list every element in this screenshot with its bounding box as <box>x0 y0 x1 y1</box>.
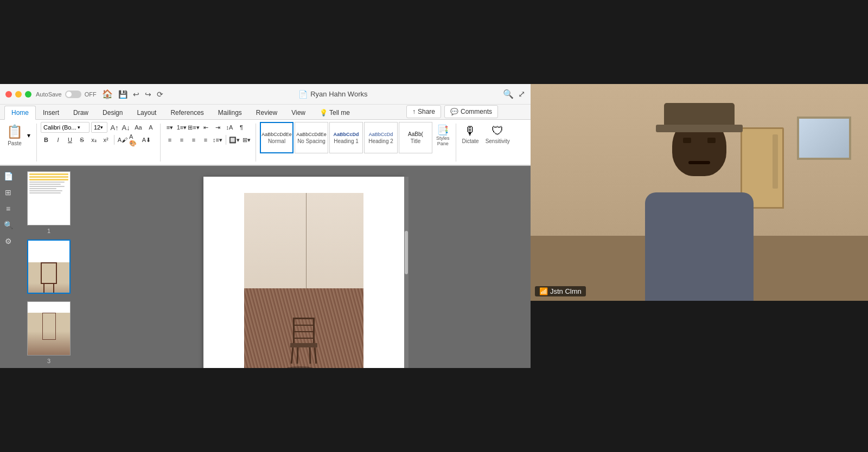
maximize-button[interactable] <box>25 91 31 98</box>
sensitivity-icon: 🛡 <box>492 124 503 138</box>
tab-insert[interactable]: Insert <box>36 106 66 120</box>
line-spacing-btn[interactable]: ↕≡▾ <box>212 134 223 145</box>
mouth <box>688 161 710 164</box>
superscript-button[interactable]: x² <box>100 134 111 145</box>
format-painter-btn[interactable]: A <box>145 122 156 133</box>
divider-3 <box>256 124 256 162</box>
italic-button[interactable]: I <box>53 134 63 145</box>
style-no-spacing[interactable]: AaBbCcDdEe No Spacing <box>295 122 328 153</box>
style-title[interactable]: AaBb( Title <box>399 122 432 153</box>
share-icon: ↑ <box>412 108 416 115</box>
new-doc-icon[interactable]: 📄 <box>2 170 14 182</box>
minimize-button[interactable] <box>15 91 22 98</box>
thumb1-content <box>28 172 70 225</box>
increase-indent-btn[interactable]: ⇥ <box>212 122 223 133</box>
divider-1 <box>36 124 37 162</box>
thumbnail-3[interactable]: 3 <box>27 301 71 364</box>
increase-font-btn[interactable]: A↑ <box>109 122 120 133</box>
style-heading2[interactable]: AaBbCcDd Heading 2 <box>364 122 398 153</box>
dictate-button[interactable]: 🎙 Dictate <box>460 122 481 146</box>
tab-draw[interactable]: Draw <box>66 106 95 120</box>
thumb1-line2 <box>29 176 68 178</box>
show-hide-btn[interactable]: ¶ <box>236 122 247 133</box>
close-button[interactable] <box>5 91 12 98</box>
font-color-btn[interactable]: A⬇ <box>141 134 152 145</box>
autosave-status: OFF <box>85 91 97 98</box>
share-button[interactable]: ↑ Share <box>406 105 441 118</box>
find-icon[interactable]: 🔍 <box>2 219 14 231</box>
save-icon[interactable]: 💾 <box>118 90 127 99</box>
autosave-label: AutoSave <box>36 91 62 98</box>
style-heading1[interactable]: AaBbCcDd Heading 1 <box>329 122 363 153</box>
subscript-button[interactable]: x₂ <box>88 134 99 145</box>
thumb1-lines <box>29 173 68 193</box>
clear-format-btn[interactable]: Aa <box>133 122 144 133</box>
autosave-toggle[interactable] <box>65 91 81 98</box>
thumb-page-2 <box>27 240 71 294</box>
video-name-badge: 📶 Jstn Clmn <box>535 286 586 296</box>
tab-home[interactable]: Home <box>4 106 36 120</box>
styles-pane-button[interactable]: 📑 StylesPane <box>434 122 452 149</box>
thumb-page-1 <box>27 171 71 225</box>
divider-4 <box>456 124 456 162</box>
font-dropdown-icon: ▾ <box>78 125 80 130</box>
tab-references[interactable]: References <box>163 106 210 120</box>
thumb3-figure <box>42 313 56 340</box>
shading-btn[interactable]: A🎨 <box>129 134 140 145</box>
thumb1-line1 <box>29 173 68 175</box>
outline-icon[interactable]: ≡ <box>2 203 14 215</box>
font-family-selector[interactable]: Calibri (Bo... ▾ <box>41 122 90 133</box>
sensitivity-label: Sensitivity <box>486 138 510 144</box>
paste-button[interactable]: 📋 Paste <box>3 122 26 148</box>
thumb1-number: 1 <box>47 228 50 234</box>
align-center-btn[interactable]: ≡ <box>176 134 187 145</box>
thumb1-line6 <box>29 186 65 187</box>
redo2-icon[interactable]: ⟳ <box>157 90 163 99</box>
align-left-btn[interactable]: ≡ <box>164 134 175 145</box>
tab-tell-me[interactable]: 💡Tell me <box>312 106 357 120</box>
string-wire <box>306 193 307 288</box>
settings-icon[interactable]: ⚙ <box>2 235 14 247</box>
border-btn[interactable]: ⊞▾ <box>241 134 252 145</box>
bold-button[interactable]: B <box>41 134 52 145</box>
thumb1-line5 <box>29 184 61 185</box>
tab-layout[interactable]: Layout <box>130 106 163 120</box>
para-sep1 <box>226 135 226 145</box>
decrease-indent-btn[interactable]: ⇤ <box>200 122 211 133</box>
format-buttons-row: B I U S x₂ x² A🖌 A🎨 A⬇ <box>41 134 156 145</box>
highlight-btn[interactable]: A🖌 <box>117 134 128 145</box>
tab-review[interactable]: Review <box>249 106 284 120</box>
styles-gallery: AaBbCcDdEe Normal AaBbCcDdEe No Spacing … <box>260 122 432 153</box>
comments-button[interactable]: 💬 Comments <box>444 105 498 118</box>
sensitivity-button[interactable]: 🛡 Sensitivity <box>483 122 512 146</box>
tab-view[interactable]: View <box>284 106 312 120</box>
doc-scrollbar-thumb[interactable] <box>405 231 408 274</box>
justify-btn[interactable]: ≡ <box>200 134 211 145</box>
thumbnails-icon[interactable]: ⊞ <box>2 186 14 198</box>
align-right-btn[interactable]: ≡ <box>188 134 199 145</box>
shading-para-btn[interactable]: 🔲▾ <box>229 134 240 145</box>
redo-icon[interactable]: ↪ <box>145 90 151 99</box>
paste-dropdown-arrow[interactable]: ▾ <box>27 132 33 139</box>
font-group: Calibri (Bo... ▾ 12 ▾ A↑ A↓ Aa A B I U S <box>41 122 156 145</box>
search-icon[interactable]: 🔍 <box>503 89 514 99</box>
tab-mailings[interactable]: Mailings <box>211 106 249 120</box>
underline-button[interactable]: U <box>65 134 75 145</box>
thumbnail-1[interactable]: 1 <box>27 171 71 234</box>
sort-btn[interactable]: ↕A <box>224 122 235 133</box>
styles-pane-label: StylesPane <box>436 136 450 147</box>
font-size-buttons: A↑ A↓ <box>109 122 131 133</box>
multilevel-list-btn[interactable]: ⊞≡▾ <box>188 122 199 133</box>
expand-icon[interactable]: ⤢ <box>518 89 525 99</box>
thumbnail-2[interactable] <box>27 240 71 296</box>
tab-design[interactable]: Design <box>95 106 130 120</box>
style-normal[interactable]: AaBbCcDdEe Normal <box>260 122 293 153</box>
macos-top-bar <box>0 0 868 84</box>
decrease-font-btn[interactable]: A↓ <box>120 122 131 133</box>
undo-icon[interactable]: ↩ <box>133 90 139 99</box>
font-size-selector[interactable]: 12 ▾ <box>91 122 107 133</box>
strikethrough-button[interactable]: S <box>76 134 87 145</box>
number-list-btn[interactable]: 1≡▾ <box>176 122 187 133</box>
bullet-list-btn[interactable]: ≡▾ <box>164 122 175 133</box>
home-icon[interactable]: 🏠 <box>102 89 113 99</box>
